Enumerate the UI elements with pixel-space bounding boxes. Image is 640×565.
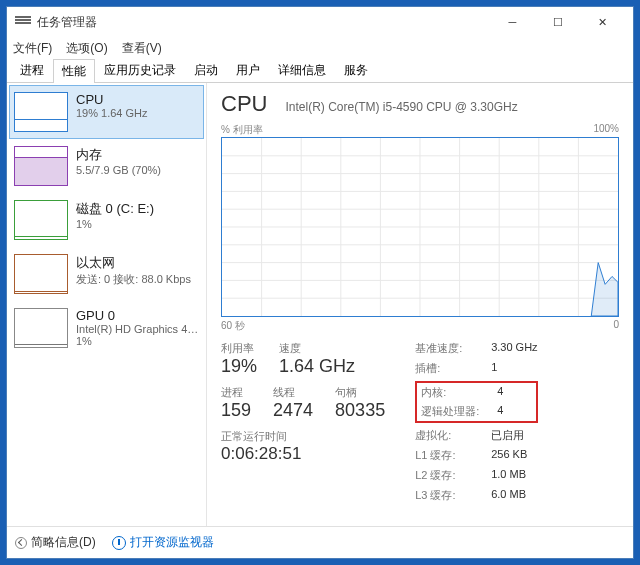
resource-monitor-icon bbox=[112, 536, 126, 550]
sidebar-item-extra: 1% bbox=[76, 335, 199, 347]
memory-thumb-icon bbox=[14, 146, 68, 186]
speed-value: 1.64 GHz bbox=[279, 356, 355, 377]
chevron-up-icon bbox=[15, 537, 27, 549]
sidebar-item-sub: 5.5/7.9 GB (70%) bbox=[76, 164, 199, 176]
titlebar[interactable]: 任务管理器 ─ ☐ ✕ bbox=[7, 7, 633, 37]
ethernet-thumb-icon bbox=[14, 254, 68, 294]
fewer-details-button[interactable]: 简略信息(D) bbox=[15, 534, 96, 551]
cpu-model: Intel(R) Core(TM) i5-4590 CPU @ 3.30GHz bbox=[285, 100, 517, 114]
footer-bar: 简略信息(D) 打开资源监视器 bbox=[7, 526, 633, 558]
sidebar-item-label: GPU 0 bbox=[76, 308, 199, 323]
uptime-value: 0:06:28:51 bbox=[221, 444, 385, 464]
content-area: CPU 19% 1.64 GHz 内存 5.5/7.9 GB (70%) 磁盘 … bbox=[7, 83, 633, 526]
base-speed-value: 3.30 GHz bbox=[491, 341, 537, 356]
sidebar-item-memory[interactable]: 内存 5.5/7.9 GB (70%) bbox=[9, 139, 204, 193]
window-title: 任务管理器 bbox=[37, 14, 97, 31]
virt-label: 虚拟化: bbox=[415, 428, 481, 443]
menu-view[interactable]: 查看(V) bbox=[122, 40, 162, 57]
threads-label: 线程 bbox=[273, 385, 313, 400]
cores-label: 内核: bbox=[421, 385, 487, 400]
minimize-button[interactable]: ─ bbox=[490, 7, 535, 37]
tab-services[interactable]: 服务 bbox=[335, 58, 377, 82]
l2-label: L2 缓存: bbox=[415, 468, 481, 483]
tab-processes[interactable]: 进程 bbox=[11, 58, 53, 82]
sidebar-item-sub: 发送: 0 接收: 88.0 Kbps bbox=[76, 272, 199, 287]
menu-file[interactable]: 文件(F) bbox=[13, 40, 52, 57]
handles-value: 80335 bbox=[335, 400, 385, 421]
sidebar-item-gpu[interactable]: GPU 0 Intel(R) HD Graphics 4600 1% bbox=[9, 301, 204, 355]
close-button[interactable]: ✕ bbox=[580, 7, 625, 37]
handles-label: 句柄 bbox=[335, 385, 385, 400]
tab-details[interactable]: 详细信息 bbox=[269, 58, 335, 82]
cores-value: 4 bbox=[497, 385, 503, 400]
tab-strip: 进程 性能 应用历史记录 启动 用户 详细信息 服务 bbox=[7, 59, 633, 83]
sidebar-item-label: 以太网 bbox=[76, 254, 199, 272]
open-resource-monitor-link[interactable]: 打开资源监视器 bbox=[112, 534, 214, 551]
tab-app-history[interactable]: 应用历史记录 bbox=[95, 58, 185, 82]
sidebar-item-sub: 19% 1.64 GHz bbox=[76, 107, 199, 119]
sidebar-item-label: 内存 bbox=[76, 146, 199, 164]
app-icon bbox=[15, 16, 31, 28]
highlighted-cores-box: 内核:4 逻辑处理器:4 bbox=[415, 381, 537, 423]
virt-value: 已启用 bbox=[491, 428, 524, 443]
menubar: 文件(F) 选项(O) 查看(V) bbox=[7, 37, 633, 59]
sidebar-item-label: 磁盘 0 (C: E:) bbox=[76, 200, 199, 218]
sockets-value: 1 bbox=[491, 361, 497, 376]
tab-users[interactable]: 用户 bbox=[227, 58, 269, 82]
sidebar-item-ethernet[interactable]: 以太网 发送: 0 接收: 88.0 Kbps bbox=[9, 247, 204, 301]
task-manager-window: 任务管理器 ─ ☐ ✕ 文件(F) 选项(O) 查看(V) 进程 性能 应用历史… bbox=[6, 6, 634, 559]
sidebar-item-disk[interactable]: 磁盘 0 (C: E:) 1% bbox=[9, 193, 204, 247]
tab-startup[interactable]: 启动 bbox=[185, 58, 227, 82]
l2-value: 1.0 MB bbox=[491, 468, 526, 483]
speed-label: 速度 bbox=[279, 341, 355, 356]
chart-y-max: 100% bbox=[593, 123, 619, 137]
chart-x-min: 0 bbox=[613, 319, 619, 333]
threads-value: 2474 bbox=[273, 400, 313, 421]
l1-value: 256 KB bbox=[491, 448, 527, 463]
uptime-label: 正常运行时间 bbox=[221, 429, 385, 444]
util-value: 19% bbox=[221, 356, 257, 377]
sidebar-item-cpu[interactable]: CPU 19% 1.64 GHz bbox=[9, 85, 204, 139]
processes-value: 159 bbox=[221, 400, 251, 421]
processes-label: 进程 bbox=[221, 385, 251, 400]
sidebar-item-label: CPU bbox=[76, 92, 199, 107]
sidebar-item-sub: 1% bbox=[76, 218, 199, 230]
page-title: CPU bbox=[221, 91, 267, 117]
cpu-utilization-chart[interactable] bbox=[221, 137, 619, 317]
cpu-thumb-icon bbox=[14, 92, 68, 132]
base-speed-label: 基准速度: bbox=[415, 341, 481, 356]
disk-thumb-icon bbox=[14, 200, 68, 240]
sockets-label: 插槽: bbox=[415, 361, 481, 376]
gpu-thumb-icon bbox=[14, 308, 68, 348]
logical-label: 逻辑处理器: bbox=[421, 404, 487, 419]
l3-value: 6.0 MB bbox=[491, 488, 526, 503]
menu-options[interactable]: 选项(O) bbox=[66, 40, 107, 57]
l3-label: L3 缓存: bbox=[415, 488, 481, 503]
performance-sidebar: CPU 19% 1.64 GHz 内存 5.5/7.9 GB (70%) 磁盘 … bbox=[7, 83, 207, 526]
maximize-button[interactable]: ☐ bbox=[535, 7, 580, 37]
chart-y-label: % 利用率 bbox=[221, 123, 263, 137]
tab-performance[interactable]: 性能 bbox=[53, 59, 95, 83]
detail-panel: CPU Intel(R) Core(TM) i5-4590 CPU @ 3.30… bbox=[207, 83, 633, 526]
logical-value: 4 bbox=[497, 404, 503, 419]
chart-x-label: 60 秒 bbox=[221, 319, 245, 333]
l1-label: L1 缓存: bbox=[415, 448, 481, 463]
util-label: 利用率 bbox=[221, 341, 257, 356]
stats-area: 利用率 19% 速度 1.64 GHz 进程 159 bbox=[221, 341, 619, 503]
sidebar-item-sub: Intel(R) HD Graphics 4600 bbox=[76, 323, 199, 335]
